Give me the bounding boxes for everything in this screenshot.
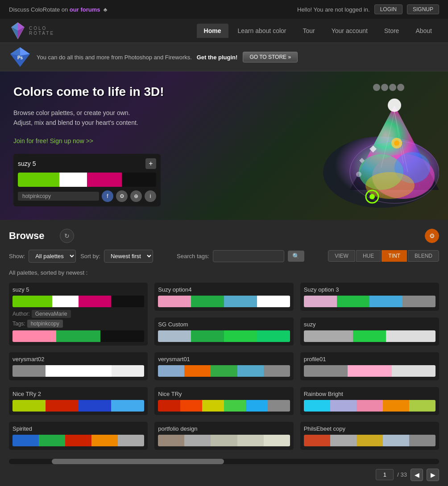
palette-card-swatch — [18, 173, 156, 187]
palette-item[interactable]: SG Custom — [154, 317, 293, 346]
palette-card-actions: hotpinkcopy f ⚙ ⊕ i — [18, 190, 156, 202]
palette-button[interactable]: ⊕ — [130, 190, 142, 202]
logo-diamond-icon — [9, 22, 27, 40]
author-label: Author: — [12, 311, 30, 317]
top-bar: Discuss ColoRotate on our forums ♣ Hello… — [0, 0, 448, 19]
browse-title: Browse — [9, 230, 44, 242]
logo: COLO ROTATE — [9, 22, 54, 40]
palette-item[interactable]: portfolio design — [154, 422, 293, 450]
hero-desc1: Browse color palettes, or create your ow… — [13, 109, 130, 116]
palette-item[interactable]: PhilsEbeet copy — [300, 422, 439, 450]
page-input[interactable] — [376, 469, 394, 480]
hero-section: Colors come to life in 3D! Browse color … — [0, 71, 448, 220]
palette-bar — [304, 435, 436, 446]
plugin-bar: Ps You can do all this and more from Pho… — [0, 43, 448, 71]
palette-bar — [304, 330, 436, 342]
palette-item[interactable]: profile01 — [300, 352, 439, 380]
hero-desc2: Adjust, mix and blend to your heart's co… — [13, 119, 138, 126]
browse-header: Browse ↻ ⚙ — [9, 229, 439, 243]
palette-name: profile01 — [304, 356, 436, 362]
search-input[interactable] — [213, 250, 284, 262]
page-total: / 33 — [397, 471, 407, 478]
svg-point-18 — [369, 194, 375, 199]
palette-name: verysmart01 — [158, 356, 290, 362]
facebook-share-button[interactable]: f — [102, 190, 113, 202]
search-button[interactable]: 🔍 — [288, 251, 304, 262]
featured-palette-name: suzy 5 — [12, 286, 144, 293]
featured-palette-bar2 — [12, 330, 144, 342]
sortby-control: Sort by: Newest first — [80, 250, 153, 263]
palette-tag-name: hotpinkcopy — [18, 192, 99, 201]
hero-join-link[interactable]: Join for free! Sign up now >> — [13, 137, 93, 144]
prev-page-button[interactable]: ◀ — [411, 469, 423, 481]
palette-item[interactable]: verysmart02 — [9, 352, 148, 380]
view-btn-view[interactable]: VIEW — [328, 250, 355, 262]
palette-item[interactable]: Rainbow Bright — [300, 387, 439, 415]
logo-text: COLO ROTATE — [29, 26, 54, 36]
svg-point-23 — [381, 84, 388, 91]
sortby-dropdown[interactable]: Newest first — [104, 250, 153, 263]
palette-item[interactable]: Nice TRy 2 — [9, 387, 148, 415]
nav-tour[interactable]: Tour — [295, 24, 322, 38]
forums-link[interactable]: our forums — [70, 6, 100, 13]
palette-grid: suzy 5 Author: GenevaMarie Tags: hotpink… — [9, 283, 439, 450]
palette-bar — [158, 296, 290, 307]
plugin-desc: You can do all this and more from Photos… — [37, 54, 192, 61]
palette-item[interactable]: Suzy option 3 — [300, 283, 439, 311]
palette-bar — [304, 400, 436, 412]
hero-content: Colors come to life in 3D! Browse color … — [0, 71, 178, 220]
hello-text: Hello! You are not logged in. — [297, 6, 370, 13]
show-label: Show: — [9, 253, 25, 259]
palette-add-button[interactable]: + — [145, 158, 156, 169]
view-btn-blend[interactable]: BLEND — [408, 250, 439, 262]
scroll-thumb — [52, 459, 224, 464]
svg-point-25 — [397, 84, 404, 91]
refresh-button[interactable]: ↻ — [60, 229, 74, 243]
palette-name: verysmart02 — [12, 356, 144, 362]
controls-row: Show: All palettes Sort by: Newest first… — [9, 250, 439, 263]
share-button[interactable]: ⚙ — [116, 190, 128, 202]
palette-name: PhilsEbeet copy — [304, 425, 436, 432]
search-label: Search tags: — [177, 253, 209, 259]
author-row: Author: GenevaMarie — [12, 310, 144, 318]
next-page-button[interactable]: ▶ — [427, 469, 439, 481]
sort-status: All palettes, sorted by newest : — [9, 269, 439, 276]
nav-learn[interactable]: Learn about color — [231, 24, 294, 38]
palette-item[interactable]: verysmart01 — [154, 352, 293, 380]
palette-item[interactable]: Nice TRy — [154, 387, 293, 415]
palette-item[interactable]: Spirited — [9, 422, 148, 450]
view-btn-hue[interactable]: HUE — [356, 250, 381, 262]
palette-name: Suzy option4 — [158, 286, 290, 293]
nav-account[interactable]: Your account — [324, 24, 375, 38]
login-button[interactable]: LOGIN — [374, 4, 402, 14]
svg-point-27 — [394, 140, 399, 146]
sortby-label: Sort by: — [80, 253, 100, 259]
pagination: / 33 ◀ ▶ — [9, 469, 439, 481]
view-btn-tint[interactable]: TINT — [382, 250, 407, 262]
palette-bar — [158, 435, 290, 446]
palette-item[interactable]: suzy — [300, 317, 439, 346]
featured-palette-item[interactable]: suzy 5 Author: GenevaMarie Tags: hotpink… — [9, 283, 148, 346]
palette-card-header: suzy 5 + — [18, 158, 156, 169]
palette-name: Rainbow Bright — [304, 391, 436, 397]
hero-desc: Browse color palettes, or create your ow… — [13, 108, 164, 128]
nav-bar: COLO ROTATE Home Learn about color Tour … — [0, 19, 448, 43]
filter-button[interactable]: ⚙ — [425, 229, 439, 243]
get-plugin-link[interactable]: Get the plugin! — [197, 54, 238, 61]
svg-point-24 — [389, 84, 396, 91]
top-bar-discuss: Discuss ColoRotate on our forums ♣ — [9, 6, 107, 13]
svg-point-22 — [373, 84, 380, 91]
nav-about[interactable]: About — [408, 24, 439, 38]
svg-text:Ps: Ps — [17, 55, 23, 60]
palette-item[interactable]: Suzy option4 — [154, 283, 293, 311]
palette-bar — [304, 296, 436, 307]
show-dropdown[interactable]: All palettes — [29, 250, 76, 263]
palette-bar — [12, 365, 144, 377]
signup-button[interactable]: SIGNUP — [407, 4, 439, 14]
hero-palette-card: suzy 5 + hotpinkcopy f ⚙ ⊕ i — [13, 154, 161, 206]
scroll-bar[interactable] — [9, 459, 439, 464]
go-to-store-button[interactable]: GO TO STORE » — [243, 52, 298, 62]
nav-home[interactable]: Home — [197, 24, 228, 38]
nav-store[interactable]: Store — [377, 24, 406, 38]
info-button[interactable]: i — [145, 190, 156, 202]
